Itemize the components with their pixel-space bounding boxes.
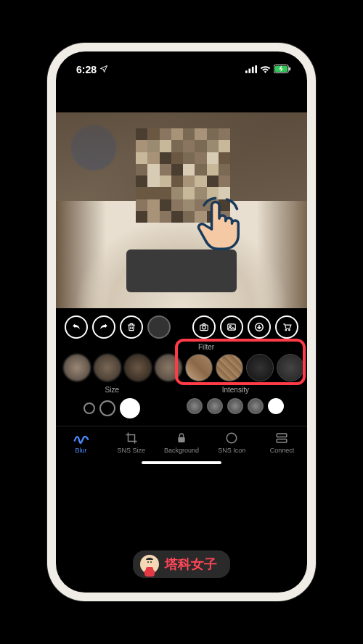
tab-connect[interactable]: Connect xyxy=(257,431,307,454)
controls-row: Size Intensity xyxy=(56,383,307,423)
signal-icon xyxy=(245,64,257,75)
intensity-4[interactable] xyxy=(248,398,264,414)
svg-rect-17 xyxy=(277,439,287,443)
svg-rect-3 xyxy=(255,65,257,73)
tab-sns-icon-label: SNS Icon xyxy=(218,447,245,454)
size-large[interactable] xyxy=(120,398,140,418)
filter-label: Filter xyxy=(192,343,214,351)
circle-icon xyxy=(225,431,238,445)
filter-option-7[interactable] xyxy=(246,354,274,381)
wifi-icon xyxy=(260,64,271,75)
status-time: 6:28 xyxy=(76,64,97,75)
brush-preview-button[interactable] xyxy=(147,315,171,339)
intensity-5[interactable] xyxy=(268,398,284,414)
filter-option-3[interactable] xyxy=(124,354,152,381)
home-indicator[interactable] xyxy=(142,461,221,464)
lock-icon xyxy=(176,431,187,445)
intensity-selector[interactable] xyxy=(170,395,301,417)
svg-point-20 xyxy=(150,561,152,563)
svg-point-19 xyxy=(147,561,149,563)
scribble-icon xyxy=(73,431,89,445)
tab-sns-size[interactable]: SNS Size xyxy=(106,431,156,454)
intensity-2[interactable] xyxy=(207,398,223,414)
location-icon xyxy=(99,64,108,75)
filter-option-2[interactable] xyxy=(94,354,121,381)
photo-canvas[interactable] xyxy=(56,112,307,308)
size-label: Size xyxy=(62,386,163,394)
svg-point-15 xyxy=(227,433,237,443)
crop-icon xyxy=(125,431,138,445)
camera-button[interactable] xyxy=(192,315,216,339)
download-button[interactable] xyxy=(248,315,271,339)
redo-button[interactable] xyxy=(92,315,115,339)
tab-blur-label: Blur xyxy=(76,447,87,454)
svg-point-8 xyxy=(203,326,206,329)
branding-avatar-icon xyxy=(140,555,159,574)
intensity-3[interactable] xyxy=(227,398,243,414)
notch xyxy=(127,51,236,69)
filter-option-8[interactable] xyxy=(277,354,303,381)
filter-row[interactable] xyxy=(60,352,303,383)
delete-button[interactable] xyxy=(120,315,143,339)
photo-laptop xyxy=(126,249,237,292)
svg-rect-14 xyxy=(178,437,184,442)
intensity-label: Intensity xyxy=(170,386,301,394)
cart-button[interactable] xyxy=(275,315,298,339)
intensity-1[interactable] xyxy=(187,398,203,414)
bottom-tabs: Blur SNS Size Background SNS Icon Connec… xyxy=(56,426,307,457)
action-toolbar xyxy=(56,308,307,343)
size-selector[interactable] xyxy=(62,395,163,421)
tab-sns-icon[interactable]: SNS Icon xyxy=(207,431,257,454)
filter-option-1[interactable] xyxy=(63,354,91,381)
phone-frame: 6:28 xyxy=(47,43,316,601)
svg-point-12 xyxy=(285,329,287,331)
filter-option-5[interactable] xyxy=(185,354,213,381)
svg-rect-1 xyxy=(248,69,250,73)
gallery-button[interactable] xyxy=(220,315,243,339)
size-small[interactable] xyxy=(83,402,95,414)
undo-button[interactable] xyxy=(65,315,88,339)
svg-rect-0 xyxy=(245,70,248,73)
tab-background-label: Background xyxy=(164,447,199,454)
tab-connect-label: Connect xyxy=(270,447,295,454)
tab-background[interactable]: Background xyxy=(156,431,206,454)
touch-gesture-icon xyxy=(194,196,245,254)
branding-watermark: 塔科女子 xyxy=(133,550,230,578)
connect-icon xyxy=(275,431,288,445)
svg-point-13 xyxy=(289,329,290,331)
tab-sns-size-label: SNS Size xyxy=(118,447,146,454)
battery-charging-icon xyxy=(274,64,291,75)
svg-rect-21 xyxy=(146,567,153,572)
filter-section: Filter xyxy=(56,343,307,383)
phone-screen: 6:28 xyxy=(56,51,307,593)
branding-text: 塔科女子 xyxy=(165,556,217,573)
filter-option-4[interactable] xyxy=(155,354,182,381)
svg-rect-16 xyxy=(277,434,287,437)
filter-option-6[interactable] xyxy=(216,354,243,381)
tab-blur[interactable]: Blur xyxy=(56,431,106,454)
size-medium[interactable] xyxy=(99,400,115,416)
svg-rect-6 xyxy=(289,67,290,71)
svg-rect-2 xyxy=(252,67,254,73)
